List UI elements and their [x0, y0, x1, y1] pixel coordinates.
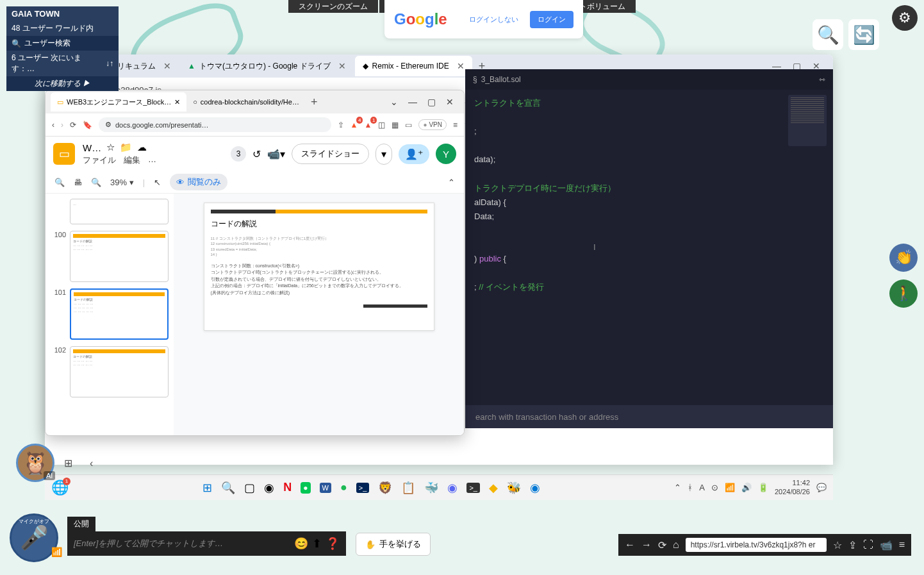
view-mode-pill[interactable]: 👁 閲覧のみ [170, 174, 227, 190]
menu-more[interactable]: … [148, 154, 156, 166]
tray-expand-icon[interactable]: ⌃ [674, 483, 681, 492]
slide-thumbnail[interactable]: コードの解説… … … … …… … … … … [70, 346, 169, 397]
wifi-icon[interactable]: 📶 [725, 483, 735, 492]
collapse-icon[interactable]: ⌃ [448, 178, 455, 187]
bluetooth-icon[interactable]: ᚼ [688, 483, 693, 492]
zoom-in-icon[interactable]: 🔍 [813, 19, 843, 50]
chrome-tab-github[interactable]: ○ codrea-blockchain/solidity/He… [186, 92, 306, 112]
start-icon[interactable]: ⊞ [202, 481, 212, 495]
spotify-icon[interactable]: ● [340, 481, 347, 494]
search-icon[interactable]: 🔍 [54, 178, 65, 187]
user-avatar[interactable]: Y [436, 144, 456, 164]
version-badge[interactable]: 3 [231, 146, 246, 162]
back-icon[interactable]: ← [625, 539, 635, 551]
forward-icon[interactable]: › [61, 121, 63, 129]
reload-icon[interactable]: ⟳ [658, 539, 666, 551]
upload-icon[interactable]: ⇪ [848, 539, 857, 551]
taskview-icon[interactable]: ▢ [244, 481, 255, 495]
edge-tab-remix[interactable]: ◆ Remix - Ethereum IDE ✕ [355, 56, 472, 76]
notes-icon[interactable]: 📋 [401, 481, 415, 495]
gaia-search[interactable]: 🔍 ユーザー検索 [6, 36, 119, 51]
new-tab-button[interactable]: + [306, 96, 323, 109]
docker-icon[interactable]: 🐳 [424, 481, 438, 495]
discord-icon[interactable]: ◉ [447, 481, 458, 495]
vpn-toggle[interactable]: ●VPN [418, 119, 447, 130]
chevron-left-icon[interactable]: ‹ [90, 458, 93, 469]
pointer-icon[interactable]: ↖ [154, 178, 161, 187]
copilot-icon[interactable]: ◉ [264, 481, 274, 495]
remix-search-bar[interactable]: earch with transaction hash or address [465, 405, 833, 428]
star-icon[interactable]: ☆ [833, 539, 842, 551]
taskbar-clock[interactable]: 11:42 2024/08/26 [775, 479, 810, 496]
refresh-icon[interactable]: 🔄 [848, 19, 879, 50]
upload-icon[interactable]: ⬆ [312, 537, 322, 551]
share-button[interactable]: 👤⁺ [399, 144, 429, 164]
main-slide[interactable]: コードの解説 11 // コンストラクタ関数（コントラクトデプロイ時に1度だけ実… [204, 203, 434, 331]
thumbnail-row[interactable]: 100 コードの解説… … … … …… … … … … [51, 231, 169, 282]
chat-tab-public[interactable]: 公開 [67, 517, 95, 531]
camera-icon[interactable]: 📹 [880, 539, 893, 551]
camera-icon[interactable]: 📹▾ [267, 148, 285, 160]
word-icon[interactable]: W [320, 483, 331, 493]
close-icon[interactable]: ✕ [163, 61, 171, 71]
bookmark-icon[interactable]: 🔖 [83, 121, 92, 129]
walk-icon[interactable]: 🚶 [889, 279, 918, 308]
slideshow-button[interactable]: スライドショー [292, 144, 369, 164]
chrome-tab-slides[interactable]: ▭ WEB3エンジニアコース_Block… ✕ [51, 92, 186, 112]
slides-logo-icon[interactable]: ▭ [53, 143, 75, 165]
app-icon[interactable]: ◆ [489, 481, 498, 495]
sort-icon[interactable]: ↓↑ [106, 59, 113, 68]
emoji-icon[interactable]: 😊 [294, 537, 308, 551]
raise-hand-button[interactable]: ✋ 手を挙げる [356, 533, 431, 556]
menu-file[interactable]: ファイル [83, 154, 116, 166]
clap-icon[interactable]: 👏 [889, 244, 918, 272]
powershell-icon[interactable]: >_ [356, 483, 370, 493]
split-icon[interactable]: ⇿ [819, 75, 825, 84]
back-icon[interactable]: ‹ [52, 121, 54, 129]
remix-file-tab[interactable]: § 3_Ballot.sol ⇿ [465, 69, 833, 90]
brave-icon[interactable]: 🦁 [378, 481, 392, 495]
battery-icon[interactable]: 🔋 [758, 483, 768, 492]
zoom-icon[interactable]: 🔍 [91, 178, 101, 187]
slide-thumbnail[interactable]: コードの解説… … … … …… … … … … [70, 231, 169, 282]
virbela-url-field[interactable]: https://sr1.virbela.tv/3v6zkq1jx8?h er [686, 538, 827, 552]
forward-icon[interactable]: → [641, 539, 652, 551]
home-icon[interactable]: ⌂ [673, 539, 679, 551]
cloud-icon[interactable]: ☁ [137, 142, 147, 153]
menu-icon[interactable]: ≡ [899, 539, 905, 551]
maximize-icon[interactable]: ▢ [427, 97, 436, 107]
terminal-icon[interactable]: >_ [466, 483, 480, 493]
gaia-users-near[interactable]: 6 ユーザー 次にいます：… ↓↑ [6, 51, 119, 76]
app-icon[interactable]: 🐝 [507, 481, 521, 495]
ime-icon[interactable]: ⊙ [711, 483, 718, 492]
search-icon[interactable]: 🔍 [221, 481, 235, 495]
menu-edit[interactable]: 編集 [124, 154, 140, 166]
settings-gear-icon[interactable]: ⚙ [892, 5, 918, 31]
zoom-level[interactable]: 39% ▾ [110, 178, 134, 187]
thumbnail-row[interactable]: … [51, 199, 169, 224]
dropdown-icon[interactable]: ⌄ [390, 97, 398, 107]
close-icon[interactable]: ✕ [446, 97, 454, 107]
chat-input[interactable]: [Enter]を押して公開でチャットします… [74, 538, 289, 549]
notification-icon[interactable]: 💬 [816, 483, 827, 492]
close-icon[interactable]: ✕ [457, 61, 465, 71]
edge-icon[interactable]: ◉ [530, 481, 540, 495]
menu-screen-zoom[interactable]: スクリーンのズーム [288, 0, 378, 13]
print-icon[interactable]: 🖶 [74, 178, 82, 187]
close-icon[interactable]: ✕ [174, 98, 180, 106]
no-login-button[interactable]: ログインしない [463, 11, 525, 28]
close-icon[interactable]: ✕ [338, 61, 346, 71]
thumbnail-panel[interactable]: … 100 コードの解説… … … … …… … … … … 101 コードの解… [45, 194, 174, 436]
extension-icon[interactable]: ◫ [378, 121, 385, 129]
slide-thumbnail-selected[interactable]: コードの解説… … … … …… … … … …… … … … … [70, 288, 169, 340]
star-icon[interactable]: ☆ [106, 142, 115, 153]
share-icon[interactable]: ⇪ [338, 121, 344, 129]
chrome-url-field[interactable]: ⚙ docs.google.com/presentati… [99, 117, 331, 132]
history-icon[interactable]: ↺ [252, 148, 261, 160]
volume-icon[interactable]: 🔊 [741, 483, 752, 492]
code-area[interactable]: ントラクトを宣言 ; data); トラクトデプロイ時に一度だけ実行） alDa… [465, 90, 833, 301]
taskbar-chrome-icon[interactable]: 🌐 1 [51, 479, 69, 496]
help-icon[interactable]: ❓ [326, 537, 340, 551]
netflix-icon[interactable]: N [283, 481, 292, 494]
brave-shield-icon[interactable]: ▲ [351, 121, 358, 129]
